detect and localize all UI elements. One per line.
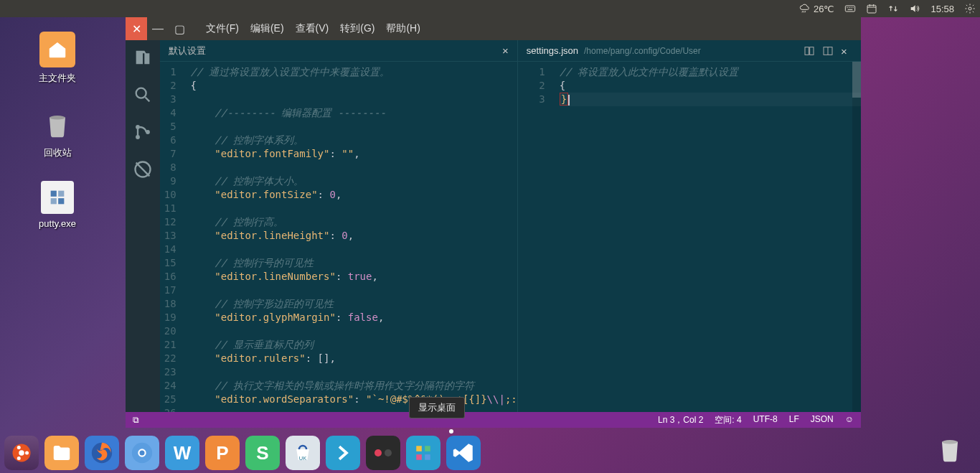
tab-path: /home/pang/.config/Code/User xyxy=(584,46,701,56)
svg-point-24 xyxy=(139,450,144,455)
status-lncol[interactable]: Ln 3，Col 2 xyxy=(658,414,703,426)
svg-rect-29 xyxy=(425,446,430,451)
weather-text: 26℃ xyxy=(814,4,834,14)
close-button[interactable]: ✕ xyxy=(126,17,147,40)
dock-app-recorder[interactable] xyxy=(366,436,400,470)
trash-icon xyxy=(934,433,966,464)
dock: WPSUK xyxy=(4,436,481,470)
top-panel: 26℃ 15:58 xyxy=(0,0,980,17)
scrollbar-thumb[interactable] xyxy=(852,62,861,98)
window-controls: ✕ — ▢ xyxy=(126,17,190,40)
svg-rect-13 xyxy=(805,47,809,55)
svg-point-8 xyxy=(136,88,146,98)
code-area-left[interactable]: 1234567891011121314151617181920212223242… xyxy=(160,62,517,412)
dock-tooltip: 显示桌面 xyxy=(409,397,465,418)
debug-icon[interactable] xyxy=(133,159,153,179)
desktop-icon-putty[interactable]: putty.exe xyxy=(14,181,100,229)
tab-actions: × xyxy=(804,45,852,57)
source-control-icon[interactable] xyxy=(133,122,153,142)
dock-app-store[interactable]: UK xyxy=(286,436,320,470)
svg-point-9 xyxy=(136,125,140,129)
svg-rect-6 xyxy=(51,198,57,204)
trash-icon xyxy=(42,108,73,140)
close-icon[interactable]: × xyxy=(502,45,509,57)
dock-trash[interactable] xyxy=(934,433,966,467)
svg-point-10 xyxy=(136,135,140,139)
line-gutter: 1234567891011121314151617181920212223242… xyxy=(160,62,184,412)
editor-scrollbar[interactable] xyxy=(852,62,861,412)
svg-rect-28 xyxy=(416,446,422,451)
dock-app-wps-p[interactable]: P xyxy=(205,436,240,470)
sound-indicator[interactable] xyxy=(909,3,920,14)
explorer-icon[interactable] xyxy=(133,47,153,67)
svg-point-32 xyxy=(942,440,958,444)
editor-pane-right: settings.json /home/pang/.config/Code/Us… xyxy=(517,40,861,412)
desktop-icon-label: putty.exe xyxy=(14,218,100,229)
calendar-indicator[interactable] xyxy=(866,3,877,14)
tab-title[interactable]: settings.json xyxy=(527,45,578,56)
menu-help[interactable]: 帮助(H) xyxy=(382,19,424,38)
svg-rect-31 xyxy=(425,454,430,460)
status-feedback-icon[interactable]: ⧉ xyxy=(133,415,139,425)
svg-rect-7 xyxy=(58,198,64,204)
keyboard-indicator[interactable] xyxy=(844,3,856,14)
dock-app-wps-w[interactable]: W xyxy=(165,436,199,470)
svg-point-3 xyxy=(50,116,65,120)
status-eol[interactable]: LF xyxy=(789,414,799,426)
svg-point-20 xyxy=(17,456,21,460)
svg-rect-14 xyxy=(810,47,814,55)
window-titlebar: ✕ — ▢ 文件(F) 编辑(E) 查看(V) 转到(G) 帮助(H) xyxy=(126,17,861,40)
editor-group: 默认设置 × 123456789101112131415161718192021… xyxy=(160,40,861,412)
code-area-right[interactable]: 123 // 将设置放入此文件中以覆盖默认设置{} xyxy=(518,62,861,412)
status-encoding[interactable]: UTF-8 xyxy=(753,414,778,426)
dock-app-ubuntu[interactable] xyxy=(4,436,39,470)
svg-point-19 xyxy=(17,446,21,449)
search-icon[interactable] xyxy=(133,85,153,105)
gear-icon xyxy=(964,3,976,14)
clock[interactable]: 15:58 xyxy=(930,4,954,14)
dock-app-wps-s[interactable]: S xyxy=(245,436,280,470)
volume-icon xyxy=(909,3,920,14)
weather-icon xyxy=(799,3,811,14)
svg-point-17 xyxy=(19,450,24,456)
desktop: 主文件夹 回收站 putty.exe xyxy=(0,17,126,250)
svg-point-26 xyxy=(374,449,382,456)
tab-bar-left: 默认设置 × xyxy=(160,40,517,62)
editor-pane-left: 默认设置 × 123456789101112131415161718192021… xyxy=(160,40,517,412)
dock-app-firefox[interactable] xyxy=(85,436,119,470)
putty-icon xyxy=(47,187,67,207)
dock-app-devtool[interactable] xyxy=(326,436,360,470)
status-smiley-icon[interactable]: ☺ xyxy=(845,414,854,426)
svg-rect-0 xyxy=(846,6,855,11)
menu-file[interactable]: 文件(F) xyxy=(202,19,243,38)
menu-view[interactable]: 查看(V) xyxy=(291,19,334,38)
home-folder-icon xyxy=(47,39,68,60)
calendar-icon xyxy=(866,3,877,14)
status-spaces[interactable]: 空间: 4 xyxy=(715,414,741,426)
menu-go[interactable]: 转到(G) xyxy=(336,19,379,38)
dock-app-chromium[interactable] xyxy=(125,436,159,470)
svg-rect-30 xyxy=(416,454,422,460)
maximize-button[interactable]: ▢ xyxy=(169,17,190,40)
editor-body: 默认设置 × 123456789101112131415161718192021… xyxy=(126,40,861,412)
dock-app-files[interactable] xyxy=(44,436,79,470)
code-lines: // 通过将设置放入设置文件中来覆盖设置。{ //-------- 编辑器配置 … xyxy=(184,62,517,412)
dock-app-apps[interactable] xyxy=(406,436,440,470)
menu-edit[interactable]: 编辑(E) xyxy=(246,19,288,38)
desktop-icon-trash[interactable]: 回收站 xyxy=(14,106,100,159)
split-editor-icon[interactable] xyxy=(804,45,815,57)
keyboard-icon xyxy=(844,3,856,14)
close-icon[interactable]: × xyxy=(841,45,852,57)
tab-title[interactable]: 默认设置 xyxy=(169,45,206,57)
weather-indicator[interactable]: 26℃ xyxy=(799,3,834,14)
status-lang[interactable]: JSON xyxy=(811,414,834,426)
desktop-icon-home[interactable]: 主文件夹 xyxy=(14,32,100,85)
dock-app-vscode[interactable] xyxy=(446,436,481,470)
network-icon xyxy=(887,3,899,14)
network-indicator[interactable] xyxy=(887,3,899,14)
system-menu[interactable] xyxy=(964,3,976,14)
tab-bar-right: settings.json /home/pang/.config/Code/Us… xyxy=(518,40,861,62)
minimize-button[interactable]: — xyxy=(147,17,169,40)
more-icon[interactable] xyxy=(822,45,834,57)
clock-text: 15:58 xyxy=(930,4,954,14)
